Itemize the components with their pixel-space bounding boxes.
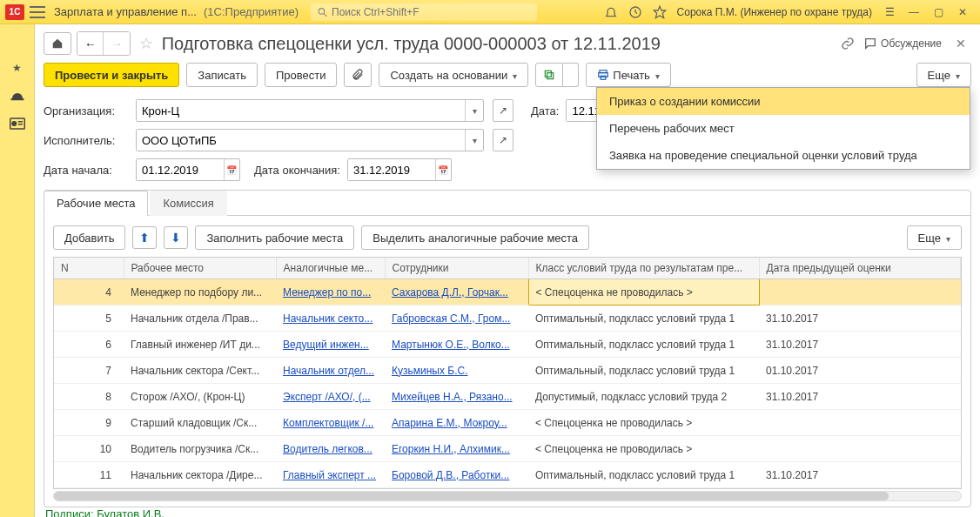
similar-link[interactable]: Начальник отдел...	[283, 365, 374, 377]
end-date-label: Дата окончания:	[254, 164, 340, 177]
executor-dropdown-icon[interactable]: ▾	[465, 130, 483, 151]
search-input[interactable]	[332, 6, 531, 18]
rail-star-icon[interactable]: ★	[8, 59, 27, 77]
dropdown-icon[interactable]: ☰	[879, 2, 900, 23]
org-open-icon[interactable]: ↗	[493, 99, 513, 122]
cell-workplace: Водитель погрузчика /Ск...	[124, 436, 276, 462]
employees-link[interactable]: Кузьминых Б.С.	[392, 365, 468, 377]
more-button[interactable]: Еще	[916, 63, 971, 87]
start-calendar-icon[interactable]: 📅	[224, 159, 239, 180]
home-button[interactable]	[44, 32, 71, 55]
print-button[interactable]: Печать	[586, 63, 671, 87]
link-icon[interactable]	[841, 37, 855, 50]
similar-link[interactable]: Менеджер по по...	[283, 286, 371, 299]
similar-link[interactable]: Главный эксперт ...	[283, 469, 376, 481]
org-dropdown-icon[interactable]: ▾	[465, 100, 483, 121]
svg-point-0	[319, 8, 325, 14]
organization-field[interactable]: ▾	[136, 99, 484, 122]
fill-workplaces-button[interactable]: Заполнить рабочие места	[195, 225, 354, 250]
table-row[interactable]: 7Начальник сектора /Сект...Начальник отд…	[54, 358, 961, 384]
tab-workplaces[interactable]: Рабочие места	[44, 191, 148, 216]
create-based-button[interactable]: Создать на основании	[379, 63, 528, 87]
post-and-close-button[interactable]: Провести и закрыть	[44, 63, 179, 87]
move-up-button[interactable]: ⬆	[132, 226, 157, 249]
end-calendar-icon[interactable]: 📅	[435, 159, 451, 180]
doc-toolbar: Провести и закрыть Записать Провести Соз…	[35, 59, 980, 96]
col-n[interactable]: N	[54, 258, 124, 279]
table-row[interactable]: 9Старший кладовщик /Ск...Комплектовщик /…	[54, 410, 961, 436]
col-employees[interactable]: Сотрудники	[385, 258, 528, 279]
table-row[interactable]: 5Начальник отдела /Прав...Начальник сект…	[54, 306, 961, 332]
employees-link[interactable]: Габровская С.М., Гром...	[392, 312, 510, 325]
bell-icon[interactable]	[601, 2, 621, 23]
attach-button[interactable]	[344, 63, 372, 87]
organization-input[interactable]	[137, 100, 465, 121]
global-search[interactable]	[311, 3, 537, 21]
write-button[interactable]: Записать	[186, 63, 258, 87]
menu-icon[interactable]	[30, 6, 45, 18]
similar-link[interactable]: Комплектовщик /...	[283, 417, 373, 429]
minimize-icon[interactable]: ―	[903, 2, 924, 23]
back-button[interactable]: ←	[77, 32, 103, 55]
discuss-link[interactable]: Обсуждение	[863, 37, 942, 50]
rail-card-icon[interactable]	[8, 115, 27, 132]
select-similar-button[interactable]: Выделить аналогичные рабочие места	[361, 225, 589, 250]
print-menu-item-request[interactable]: Заявка на проведение специальной оценки …	[597, 142, 970, 169]
employees-link[interactable]: Михейцев Н.А., Рязано...	[392, 391, 513, 403]
end-date-input[interactable]	[348, 159, 435, 180]
employees-link[interactable]: Апарина Е.М., Мокроу...	[392, 417, 507, 429]
table-row[interactable]: 4Менеджер по подбору ли...Менеджер по по…	[54, 279, 961, 306]
table-row[interactable]: 10Водитель погрузчика /Ск...Водитель лег…	[54, 436, 961, 462]
move-down-button[interactable]: ⬇	[164, 226, 188, 249]
cell-prev-date: 31.10.2017	[759, 332, 961, 358]
table-row[interactable]: 11Начальник сектора /Дире...Главный эксп…	[54, 462, 961, 488]
workplaces-grid[interactable]: N Рабочее место Аналогичные ме... Сотруд…	[53, 257, 962, 489]
start-date-input[interactable]	[137, 159, 224, 180]
add-button[interactable]: Добавить	[53, 225, 125, 250]
col-workplace[interactable]: Рабочее место	[124, 258, 276, 279]
paperclip-icon	[352, 69, 364, 81]
executor-open-icon[interactable]: ↗	[493, 129, 513, 151]
print-menu-item-list[interactable]: Перечень рабочих мест	[597, 115, 970, 142]
executor-input[interactable]	[137, 130, 465, 151]
col-class[interactable]: Класс условий труда по результатам пре..…	[528, 258, 759, 279]
svg-rect-9	[547, 73, 554, 79]
history-icon[interactable]	[625, 2, 646, 23]
nav-back-forward: ← →	[77, 31, 131, 56]
copy-button[interactable]	[535, 63, 563, 87]
employees-link[interactable]: Сахарова Д.Л., Горчак...	[392, 286, 508, 299]
star-icon[interactable]	[649, 2, 670, 23]
post-button[interactable]: Провести	[265, 63, 338, 87]
close-window-icon[interactable]: ✕	[952, 2, 973, 23]
cell-workplace: Начальник сектора /Сект...	[124, 358, 276, 384]
favorite-star-icon[interactable]: ☆	[139, 34, 153, 53]
table-row[interactable]: 6Главный инженер /ИТ ди...Ведущий инжен.…	[54, 332, 961, 358]
table-row[interactable]: 8Сторож /АХО/, (Крон-Ц)Эксперт /АХО/, (.…	[54, 384, 961, 410]
forward-button[interactable]: →	[103, 32, 129, 55]
horizontal-scrollbar[interactable]	[53, 491, 962, 501]
employees-link[interactable]: Боровой Д.В., Работки...	[392, 469, 509, 481]
col-similar[interactable]: Аналогичные ме...	[276, 258, 385, 279]
employees-link[interactable]: Мартынюк О.Е., Волко...	[392, 339, 510, 351]
cell-employees: Мартынюк О.Е., Волко...	[385, 332, 528, 358]
signatures-link[interactable]: Подписи: Булатов И.В.	[45, 507, 164, 517]
tab-commission[interactable]: Комиссия	[150, 191, 226, 216]
print-menu-item-order[interactable]: Приказ о создании комиссии	[597, 88, 970, 115]
close-doc-icon[interactable]: ✕	[956, 37, 966, 50]
executor-field[interactable]: ▾	[136, 129, 484, 151]
rail-menu-icon[interactable]	[8, 31, 27, 49]
employees-link[interactable]: Егоркин Н.И., Алхимик...	[392, 443, 510, 455]
start-date-field[interactable]: 📅	[136, 158, 240, 181]
end-date-field[interactable]: 📅	[347, 158, 452, 181]
col-prev-date[interactable]: Дата предыдущей оценки	[759, 258, 961, 279]
user-name[interactable]: Сорока П.М. (Инженер по охране труда)	[677, 6, 872, 18]
similar-link[interactable]: Водитель легков...	[283, 443, 373, 455]
similar-link[interactable]: Ведущий инжен...	[283, 339, 369, 351]
similar-link[interactable]: Эксперт /АХО/, (...	[283, 391, 371, 403]
tab-more-button[interactable]: Еще	[907, 225, 962, 250]
cell-employees: Боровой Д.В., Работки...	[385, 462, 528, 488]
similar-link[interactable]: Начальник секто...	[283, 312, 373, 325]
maximize-icon[interactable]: ▢	[928, 2, 949, 23]
copy-caret[interactable]	[563, 63, 579, 87]
rail-hardhat-icon[interactable]	[8, 87, 27, 104]
